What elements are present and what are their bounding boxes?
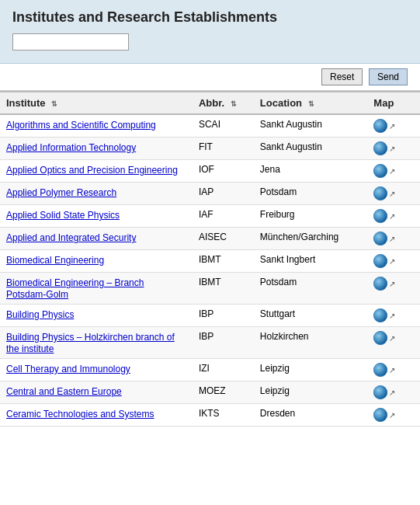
table-row: Building Physics – Holzkirchen branch of…: [0, 327, 420, 359]
map-cell: ↗: [367, 183, 420, 205]
map-cell: ↗: [367, 160, 420, 183]
table-row: Algorithms and Scientific ComputingSCAIS…: [0, 114, 420, 138]
globe-icon[interactable]: [373, 254, 387, 268]
globe-icon[interactable]: [373, 164, 387, 178]
external-link-icon: ↗: [389, 190, 395, 198]
external-link-icon: ↗: [389, 257, 395, 266]
abbr-cell: SCAI: [193, 114, 254, 138]
location-cell: Stuttgart: [254, 305, 368, 327]
globe-icon[interactable]: [373, 385, 387, 399]
abbr-cell: IZI: [193, 359, 254, 381]
search-input[interactable]: [12, 33, 129, 50]
institute-link[interactable]: Central and Eastern Europe: [6, 386, 122, 397]
external-link-icon: ↗: [389, 167, 395, 176]
map-cell: ↗: [367, 359, 420, 381]
external-link-icon: ↗: [389, 235, 395, 243]
location-cell: Potsdam: [254, 273, 368, 305]
abbr-cell: IBP: [193, 305, 254, 327]
location-cell: Sankt Augustin: [254, 138, 368, 160]
location-cell: Leipzig: [254, 359, 368, 381]
map-cell: ↗: [367, 273, 420, 305]
external-link-icon: ↗: [389, 334, 395, 343]
location-cell: Freiburg: [254, 205, 368, 228]
sort-arrows-location: ⇅: [308, 100, 314, 108]
abbr-cell: FIT: [193, 138, 254, 160]
map-cell: ↗: [367, 205, 420, 228]
table-body: Algorithms and Scientific ComputingSCAIS…: [0, 114, 420, 427]
institute-link[interactable]: Applied and Integrated Security: [6, 232, 136, 243]
send-button[interactable]: Send: [369, 68, 408, 85]
map-cell: ↗: [367, 404, 420, 427]
external-link-icon: ↗: [389, 145, 395, 153]
globe-icon[interactable]: [373, 363, 387, 377]
sort-arrows-institute: ⇅: [51, 100, 57, 108]
location-cell: Sankt Augustin: [254, 114, 368, 138]
globe-icon[interactable]: [373, 209, 387, 223]
table-header: Institute ⇅ Abbr. ⇅ Location ⇅ Map: [0, 92, 420, 114]
abbr-cell: IBMT: [193, 250, 254, 273]
col-header-institute[interactable]: Institute ⇅: [0, 92, 193, 114]
map-cell: ↗: [367, 114, 420, 138]
location-cell: Leipzig: [254, 381, 368, 404]
institute-link[interactable]: Cell Therapy and Immunology: [6, 364, 130, 374]
external-link-icon: ↗: [389, 280, 395, 288]
institute-link[interactable]: Building Physics – Holzkirchen branch of…: [6, 332, 175, 354]
institutes-table: Institute ⇅ Abbr. ⇅ Location ⇅ Map Algor…: [0, 91, 420, 427]
abbr-cell: IBMT: [193, 273, 254, 305]
external-link-icon: ↗: [389, 366, 395, 374]
institute-link[interactable]: Algorithms and Scientific Computing: [6, 120, 156, 131]
table-row: Ceramic Technologies and SystemsIKTSDres…: [0, 404, 420, 427]
abbr-cell: IAF: [193, 205, 254, 228]
table-row: Applied and Integrated SecurityAISECMünc…: [0, 228, 420, 250]
sort-arrows-abbr: ⇅: [231, 100, 237, 108]
globe-icon[interactable]: [373, 232, 387, 246]
institute-link[interactable]: Biomedical Engineering: [6, 255, 104, 266]
page-title: Institutes and Research Establishments: [12, 9, 408, 26]
globe-icon[interactable]: [373, 119, 387, 133]
abbr-cell: AISEC: [193, 228, 254, 250]
globe-icon[interactable]: [373, 408, 387, 422]
table-row: Applied Polymer ResearchIAPPotsdam ↗: [0, 183, 420, 205]
institute-link[interactable]: Applied Solid State Physics: [6, 210, 120, 221]
table-row: Central and Eastern EuropeMOEZLeipzig ↗: [0, 381, 420, 404]
abbr-cell: IBP: [193, 327, 254, 359]
institute-link[interactable]: Biomedical Engineering – Branch Potsdam-…: [6, 277, 144, 300]
institute-link[interactable]: Building Physics: [6, 309, 74, 320]
map-cell: ↗: [367, 228, 420, 250]
globe-icon[interactable]: [373, 141, 387, 155]
external-link-icon: ↗: [389, 212, 395, 221]
reset-button[interactable]: Reset: [321, 68, 363, 85]
abbr-cell: IOF: [193, 160, 254, 183]
table-row: Applied Optics and Precision Engineering…: [0, 160, 420, 183]
institute-link[interactable]: Applied Information Technology: [6, 142, 136, 153]
table-row: Building PhysicsIBPStuttgart ↗: [0, 305, 420, 327]
abbr-cell: MOEZ: [193, 381, 254, 404]
map-cell: ↗: [367, 305, 420, 327]
location-cell: Sankt Ingbert: [254, 250, 368, 273]
institute-link[interactable]: Applied Optics and Precision Engineering: [6, 165, 178, 176]
col-header-map: Map: [367, 92, 420, 114]
table-row: Biomedical Engineering – Branch Potsdam-…: [0, 273, 420, 305]
external-link-icon: ↗: [389, 312, 395, 320]
external-link-icon: ↗: [389, 122, 395, 131]
globe-icon[interactable]: [373, 186, 387, 200]
location-cell: Dresden: [254, 404, 368, 427]
table-row: Applied Solid State PhysicsIAFFreiburg ↗: [0, 205, 420, 228]
col-header-abbr[interactable]: Abbr. ⇅: [193, 92, 254, 114]
globe-icon[interactable]: [373, 277, 387, 291]
globe-icon[interactable]: [373, 308, 387, 322]
external-link-icon: ↗: [389, 388, 395, 397]
institute-link[interactable]: Applied Polymer Research: [6, 187, 116, 198]
table-row: Cell Therapy and ImmunologyIZILeipzig ↗: [0, 359, 420, 381]
page-header: Institutes and Research Establishments: [0, 0, 420, 64]
toolbar: Reset Send: [0, 64, 420, 91]
institute-link[interactable]: Ceramic Technologies and Systems: [6, 409, 154, 420]
abbr-cell: IAP: [193, 183, 254, 205]
location-cell: Jena: [254, 160, 368, 183]
globe-icon[interactable]: [373, 331, 387, 345]
location-cell: München/Garching: [254, 228, 368, 250]
location-cell: Holzkirchen: [254, 327, 368, 359]
col-header-location[interactable]: Location ⇅: [254, 92, 368, 114]
table-row: Biomedical EngineeringIBMTSankt Ingbert …: [0, 250, 420, 273]
map-cell: ↗: [367, 327, 420, 359]
